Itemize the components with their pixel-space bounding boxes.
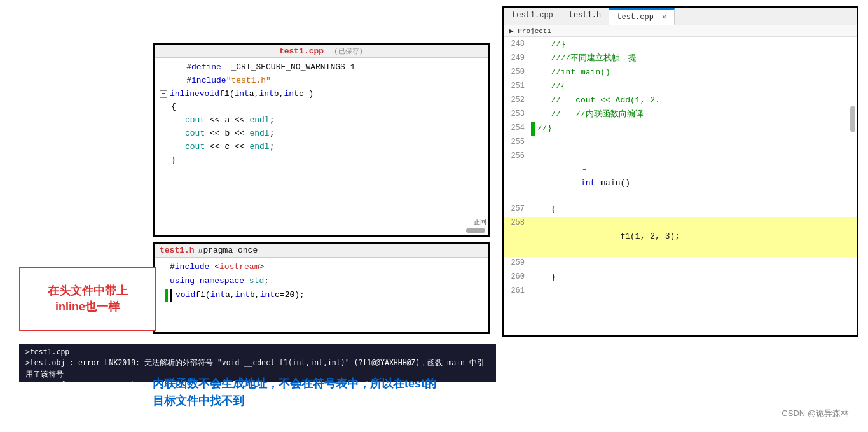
hscroll-bar [466,228,485,233]
bottom-text-line2: 目标文件中找不到 [153,393,436,410]
code-line: cout << b << endl; [160,127,483,141]
path-label: ▶ Project1 [509,27,551,35]
annotation-box: 在头文件中带上inline也一样 [19,267,156,331]
panel-testcpp: test1.cpp test1.h test.cpp ✕ ▶ Project1 … [502,6,858,337]
bottom-text-line1: 内联函数不会生成地址，不会在符号表中，所以在test的 [153,375,436,393]
code-line-259: 259 [504,257,857,271]
code-line: #define _CRT_SECURE_NO_WARNINGS 1 [160,61,483,74]
panel-test1h: test1.h #pragma once #include <iostream>… [153,242,490,334]
annotation-text: 在头文件中带上inline也一样 [48,283,128,315]
tab-close-icon[interactable]: ✕ [662,13,666,22]
code-line: } [160,154,483,167]
code-line: void f1(int a, int b, int c=20); [165,288,483,302]
code-line-260: 260 } [504,271,857,285]
code-line: using namespace std; [170,274,483,288]
code-line-257: 257 { [504,203,857,217]
code-line: − inline void f1(int a, int b, int c ) [160,88,483,101]
test1h-pragma: #pragma once [198,246,258,255]
vscroll-thumb[interactable] [850,106,855,132]
code-line-250: 250 //int main() [504,66,857,80]
panel-test1cpp: test1.cpp (已保存) #define _CRT_SECURE_NO_W… [153,43,490,237]
tab-testcpp[interactable]: test.cpp ✕ [609,8,675,25]
panel-test1cpp-header: test1.cpp (已保存) [155,45,488,58]
test1h-title: test1.h [160,246,195,255]
tab-bar: test1.cpp test1.h test.cpp ✕ [504,8,857,25]
tab-test1cpp-label: test1.cpp [512,11,553,20]
test1cpp-saved: (已保存) [334,48,363,55]
code-line: cout << a << endl; [160,114,483,127]
scroll-label: 正同 [474,218,486,226]
tab-testcpp-label: test.cpp [617,13,654,22]
test1h-code: #include <iostream> using namespace std;… [155,258,488,305]
code-line-248: 248 //} [504,38,857,52]
watermark: CSDN @诡异森林 [782,408,849,419]
tab-test1cpp[interactable]: test1.cpp [504,8,561,25]
testcpp-code: 248 //} 249 ////不同建立栈帧，提 250 //int main(… [504,37,857,300]
output-line-1: >test1.cpp [25,347,490,358]
code-line: #include"test1.h" [160,74,483,88]
tab-test1h-label: test1.h [569,11,601,20]
panel-path: ▶ Project1 [504,25,857,37]
code-line-252: 252 // cout << Add(1, 2. [504,94,857,108]
test1cpp-title: test1.cpp [279,46,324,56]
code-line: cout << c << endl; [160,141,483,154]
code-line-249: 249 ////不同建立栈帧，提 [504,52,857,66]
code-line-251: 251 //{ [504,80,857,94]
code-line: #include <iostream> [170,260,483,274]
code-line-258: 258 f1(1, 2, 3); [504,217,857,256]
code-line-255: 255 [504,136,857,150]
bottom-annotation: 内联函数不会生成地址，不会在符号表中，所以在test的 目标文件中找不到 [153,375,436,410]
code-line-253: 253 // //内联函数向编译 [504,108,857,122]
test1cpp-code: #define _CRT_SECURE_NO_WARNINGS 1 #inclu… [155,58,488,170]
code-line-256: 256 − int main() [504,150,857,203]
code-line: { [160,101,483,114]
code-line-261: 261 [504,285,857,299]
panel-test1h-header: test1.h #pragma once [155,244,488,258]
code-line-254: 254 //} [504,122,857,136]
tab-test1h[interactable]: test1.h [561,8,609,25]
